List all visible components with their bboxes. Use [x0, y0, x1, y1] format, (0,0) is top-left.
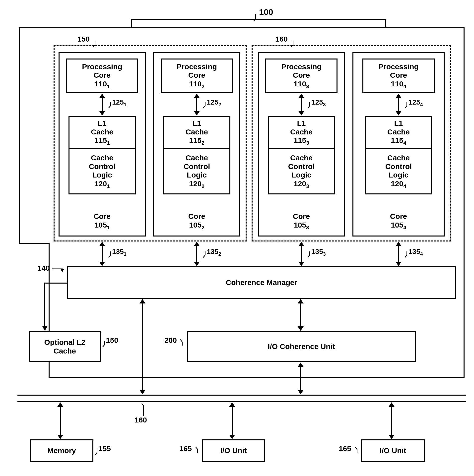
ref-165-2: 165 [339, 444, 351, 453]
arrow-bus-memory [60, 406, 61, 436]
cache-ctrl-logic-4: Cache Control Logic1204 [365, 148, 432, 194]
ref-165-1: 165 [179, 444, 192, 453]
l1-cache-4: L1 Cache1154 [365, 116, 432, 149]
ref-125-4: 1254 [408, 98, 423, 107]
arrow-135-4 [398, 245, 399, 263]
ref-cluster-160: 160 [275, 35, 288, 43]
core-2-label: Core1052 [154, 212, 239, 231]
processing-core-4: Processing Core1104 [362, 59, 435, 93]
ref-135-3: 1353 [311, 248, 326, 257]
ref-125-3: 1253 [311, 98, 326, 107]
processing-core-1: Processing Core1101 [66, 59, 138, 93]
arrow-125-4 [398, 97, 399, 112]
ref-l2-150: 150 [106, 336, 118, 344]
ref-cluster-150: 150 [77, 35, 90, 43]
ref-125-2: 1252 [207, 98, 221, 107]
core-1-label: Core1051 [60, 212, 145, 231]
core-3-label: Core1053 [259, 212, 344, 231]
arrow-cm-to-bus [142, 302, 143, 391]
arrow-135-3 [301, 245, 302, 263]
optional-l2-cache: Optional L2 Cache [29, 331, 101, 362]
arrow-125-1 [102, 97, 103, 112]
arrow-bus-io2 [391, 406, 392, 436]
ref-135-1: 1351 [112, 248, 127, 257]
ref-155: 155 [98, 444, 111, 453]
arrow-cm-to-l2 [37, 280, 72, 335]
arrow-125-3 [301, 97, 302, 112]
arrow-135-2 [196, 245, 197, 263]
io-unit-1: I/O Unit [202, 439, 265, 462]
svg-marker-0 [61, 269, 64, 272]
processing-core-2: Processing Core1102 [161, 59, 233, 93]
leader-140 [51, 265, 68, 274]
ref-125-1: 1251 [112, 98, 127, 107]
processing-core-3: Processing Core1103 [265, 59, 338, 93]
cache-ctrl-logic-3: Cache Control Logic1203 [268, 148, 335, 194]
ref-bus-160: 160 [135, 416, 147, 424]
coherence-manager: Coherence Manager [67, 266, 456, 299]
core-4-label: Core1054 [353, 212, 444, 231]
ref-135-2: 1352 [207, 248, 221, 257]
ref-200: 200 [164, 336, 177, 344]
l1-cache-2: L1 Cache1152 [163, 116, 230, 149]
io-unit-2: I/O Unit [361, 439, 425, 462]
ref-140: 140 [37, 264, 50, 272]
l1-cache-3: L1 Cache1153 [268, 116, 335, 149]
diagram-canvas: 100 150 160 Core1051 Processing Core1101… [2, 2, 474, 476]
arrow-125-2 [196, 97, 197, 112]
svg-marker-1 [42, 326, 47, 331]
arrow-cm-to-iocu [300, 302, 301, 327]
arrow-bus-io1 [232, 406, 233, 436]
l1-cache-1: L1 Cache1151 [68, 116, 136, 149]
memory-block: Memory [30, 439, 93, 462]
arrow-iocu-to-bus [300, 366, 301, 391]
cache-ctrl-logic-2: Cache Control Logic1202 [163, 148, 230, 194]
io-coherence-unit: I/O Coherence Unit [187, 331, 416, 362]
arrow-135-1 [102, 245, 103, 263]
ref-135-4: 1354 [408, 248, 423, 257]
cache-ctrl-logic-1: Cache Control Logic1201 [68, 148, 136, 194]
ref-100: 100 [259, 7, 273, 17]
